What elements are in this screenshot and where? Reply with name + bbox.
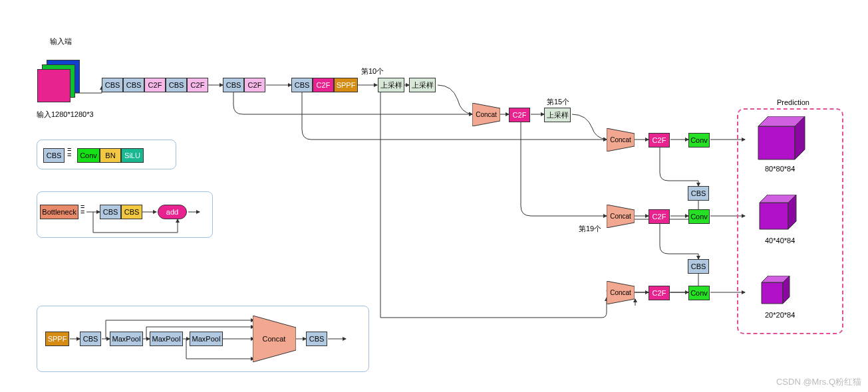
sppf-block: SPPF (334, 78, 358, 92)
conv-block: Conv (688, 133, 710, 147)
upsample-block: 上采样 (409, 78, 436, 92)
c2f-block: C2F (509, 108, 530, 122)
svg-marker-11 (760, 203, 788, 229)
equals: = (80, 203, 84, 211)
silu-block: SiLU (121, 148, 144, 163)
svg-text:Concat: Concat (263, 335, 286, 343)
c2f-block: C2F (649, 133, 670, 147)
cbs-block: CBS (123, 78, 144, 92)
output-cube-1 (748, 116, 808, 163)
svg-marker-14 (762, 282, 783, 304)
add-block: add (158, 205, 187, 219)
concat-block: Concat (253, 316, 296, 362)
cbs-block: CBS (688, 186, 709, 201)
cbs-block: CBS (100, 205, 121, 219)
c2f-block: C2F (649, 286, 670, 300)
svg-text:Concat: Concat (610, 136, 631, 144)
concat-block: Concat (607, 281, 635, 304)
equals: = (67, 146, 71, 153)
bn-block: BN (100, 148, 121, 163)
concat-block: Concat (472, 103, 500, 126)
cbs-block: CBS (291, 78, 313, 92)
upsample-block: 上采样 (378, 78, 404, 92)
output-cube-2 (752, 195, 801, 235)
conv-block: Conv (77, 148, 100, 163)
c2f-block: C2F (313, 78, 334, 92)
cbs-block: CBS (43, 148, 65, 163)
cbs-block: CBS (688, 259, 709, 274)
cbs-block: CBS (121, 205, 142, 219)
c2f-block: C2F (649, 209, 670, 224)
note-19: 第19个 (579, 224, 601, 234)
output-cube-3 (755, 276, 795, 309)
cbs-block: CBS (306, 332, 327, 346)
bottleneck-block: Bottleneck (40, 205, 78, 219)
svg-text:Concat: Concat (610, 213, 631, 220)
conv-block: Conv (688, 286, 710, 300)
upsample-block: 上采样 (544, 108, 571, 122)
conv-block: Conv (688, 209, 710, 224)
input-dims: 输入1280*1280*3 (37, 110, 94, 120)
concat-block: Concat (607, 205, 635, 228)
c2f-block: C2F (187, 78, 208, 92)
cbs-block: CBS (102, 78, 123, 92)
c2f-block: C2F (244, 78, 265, 92)
cbs-block: CBS (223, 78, 244, 92)
note-10: 第10个 (361, 66, 384, 76)
cbs-block: CBS (80, 332, 101, 346)
output-1-dims: 80*80*84 (765, 165, 795, 173)
output-3-dims: 20*20*84 (765, 311, 795, 319)
concat-block: Concat (607, 128, 635, 151)
maxpool-block: MaxPool (110, 332, 143, 346)
input-title: 输入端 (50, 37, 72, 47)
output-2-dims: 40*40*84 (765, 237, 795, 245)
c2f-block: C2F (144, 78, 166, 92)
cbs-block: CBS (166, 78, 187, 92)
maxpool-block: MaxPool (150, 332, 183, 346)
note-15: 第15个 (547, 97, 569, 107)
svg-text:Concat: Concat (610, 289, 631, 296)
maxpool-block: MaxPool (190, 332, 223, 346)
prediction-title: Prediction (777, 98, 809, 106)
sppf-block: SPPF (45, 332, 69, 346)
svg-text:Concat: Concat (476, 111, 497, 118)
watermark: CSDN @Mrs.Q粉红猫 (776, 376, 861, 388)
svg-marker-8 (758, 126, 795, 159)
